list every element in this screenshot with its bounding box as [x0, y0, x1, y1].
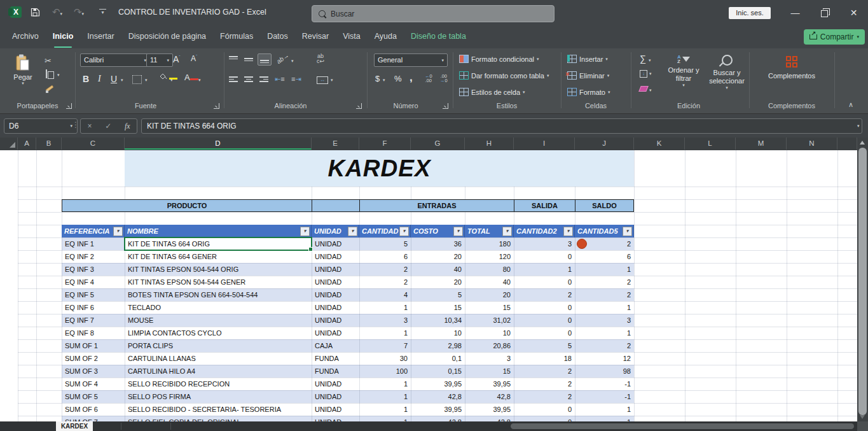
- filter-button[interactable]: ▾: [300, 227, 310, 236]
- sign-in-button[interactable]: Inic. ses.: [729, 7, 771, 19]
- insert-cells-button[interactable]: Insertar▾: [567, 55, 608, 63]
- cell[interactable]: 20,86: [465, 339, 514, 352]
- cell[interactable]: 2: [575, 339, 634, 352]
- cell[interactable]: EQ INF 6: [62, 301, 125, 314]
- tab-revisar[interactable]: Revisar: [295, 25, 336, 48]
- cell[interactable]: SUM OF 6: [62, 403, 125, 416]
- enter-icon[interactable]: ✓: [105, 122, 111, 131]
- cell[interactable]: 42,8: [465, 416, 514, 421]
- cell[interactable]: 1: [575, 416, 634, 421]
- quick-access-toolbar-icon[interactable]: ▾: [99, 9, 106, 16]
- scroll-down-icon[interactable]: [860, 415, 865, 419]
- font-name-select[interactable]: Calibri▾: [80, 53, 150, 67]
- cell[interactable]: SUM OF 2: [62, 352, 125, 365]
- filter-button[interactable]: ▾: [623, 227, 632, 236]
- restore-button[interactable]: [810, 0, 839, 25]
- number-dialog-launcher-icon[interactable]: [443, 103, 448, 109]
- save-icon[interactable]: [31, 8, 40, 17]
- currency-dropdown[interactable]: ▾: [383, 78, 385, 83]
- column-header-K[interactable]: K: [634, 138, 685, 150]
- cell[interactable]: 42,8: [411, 390, 465, 403]
- cell[interactable]: 1: [575, 301, 634, 314]
- fill-color-dropdown[interactable]: ▾: [170, 78, 173, 83]
- sort-filter-button[interactable]: AZ Ordenar y filtrar ▾: [663, 55, 705, 88]
- cell[interactable]: 1: [359, 416, 411, 421]
- tab-ayuda[interactable]: Ayuda: [368, 25, 404, 48]
- cancel-icon[interactable]: ×: [87, 122, 92, 131]
- format-as-table-button[interactable]: Dar formato como tabla▾: [459, 71, 549, 80]
- cell[interactable]: CARTULINA LLANAS: [125, 352, 312, 365]
- cell[interactable]: 3: [465, 352, 514, 365]
- cell[interactable]: 1: [359, 378, 411, 390]
- cell[interactable]: CAJA: [312, 339, 359, 352]
- fill-icon[interactable]: ↓ ▾: [640, 69, 652, 78]
- cell[interactable]: EQ INF 3: [62, 263, 125, 276]
- increase-decimal-icon[interactable]: ←0.00: [425, 74, 432, 83]
- section-header-salida[interactable]: SALIDA: [514, 199, 575, 212]
- cell[interactable]: 3: [575, 314, 634, 327]
- cell[interactable]: 2: [514, 378, 575, 390]
- cell[interactable]: 30: [359, 352, 411, 365]
- cell[interactable]: SELLO RECIBIDO - SECRETARIA- TESORERIA: [125, 403, 312, 416]
- cell[interactable]: UNIDAD: [312, 327, 359, 339]
- addins-button[interactable]: Complementos: [766, 56, 817, 80]
- cell[interactable]: EQ INF 4: [62, 276, 125, 288]
- cell[interactable]: TECLADO: [125, 301, 312, 314]
- align-bottom-icon[interactable]: [258, 53, 272, 66]
- cell[interactable]: 1: [359, 301, 411, 314]
- cell[interactable]: 0: [514, 250, 575, 263]
- cell[interactable]: EQ INF 8: [62, 327, 125, 339]
- cell[interactable]: 2,98: [411, 339, 465, 352]
- cell[interactable]: FUNDA: [312, 352, 359, 365]
- section-header-producto[interactable]: PRODUCTO: [62, 199, 312, 212]
- filter-button[interactable]: ▾: [453, 227, 463, 236]
- borders-dropdown[interactable]: ▾: [145, 78, 148, 83]
- alignment-dialog-launcher-icon[interactable]: [356, 103, 362, 109]
- cell[interactable]: KIT DE TINTAS 664 GENER: [125, 250, 312, 263]
- cell[interactable]: 15: [411, 301, 465, 314]
- spreadsheet-grid[interactable]: KARDEX PRODUCTO ENTRADAS SALIDA SALDO RE…: [0, 150, 857, 421]
- cell[interactable]: 3: [514, 237, 575, 250]
- cell[interactable]: MOUSE: [125, 314, 312, 327]
- cell[interactable]: EQ INF 7: [62, 314, 125, 327]
- column-header-J[interactable]: J: [575, 138, 634, 150]
- cell[interactable]: 1: [359, 403, 411, 416]
- horizontal-scrollbar-thumb[interactable]: [511, 423, 854, 429]
- copy-dropdown[interactable]: ▾: [57, 73, 60, 78]
- delete-cells-button[interactable]: Eliminar▾: [567, 71, 609, 80]
- column-header-partial[interactable]: [837, 138, 857, 150]
- table-header-nombre[interactable]: NOMBRE▾: [125, 225, 312, 237]
- cell[interactable]: BOTES TINTA EPSON GEN 664-504-544: [125, 288, 312, 301]
- table-header-total[interactable]: TOTAL▾: [465, 225, 514, 237]
- cell[interactable]: 0,15: [411, 365, 465, 378]
- increase-indent-icon[interactable]: ≡⇥: [291, 75, 301, 83]
- table-header-cantidad2[interactable]: CANTIDAD2▾: [514, 225, 575, 237]
- table-header-cantidad[interactable]: CANTIDAD▾: [359, 225, 411, 237]
- tab-dise-o-de-tabla[interactable]: Diseño de tabla: [404, 25, 473, 48]
- cell[interactable]: 0: [514, 314, 575, 327]
- tab-datos[interactable]: Datos: [260, 25, 295, 48]
- table-header-referencia[interactable]: REFERENCIA▾: [62, 225, 125, 237]
- filter-button[interactable]: ▾: [348, 227, 357, 236]
- share-button[interactable]: Compartir ▾: [804, 29, 865, 45]
- cell[interactable]: UNIDAD: [312, 378, 359, 390]
- cell[interactable]: 180: [465, 237, 514, 250]
- font-color-dropdown[interactable]: ▾: [198, 78, 201, 83]
- cell[interactable]: 1: [575, 327, 634, 339]
- cell[interactable]: UNIDAD: [312, 276, 359, 288]
- cell[interactable]: 1: [359, 390, 411, 403]
- column-header-G[interactable]: G: [411, 138, 465, 150]
- cell[interactable]: EQ INF 1: [62, 237, 125, 250]
- column-header-F[interactable]: F: [359, 138, 411, 150]
- excel-logo-icon[interactable]: X: [10, 6, 22, 18]
- italic-button[interactable]: I: [98, 74, 101, 84]
- align-left-icon[interactable]: [229, 76, 238, 82]
- font-color-icon[interactable]: A: [184, 73, 198, 82]
- cell[interactable]: 40: [465, 276, 514, 288]
- increase-font-icon[interactable]: Aˆ: [173, 54, 181, 64]
- close-button[interactable]: ✕: [839, 0, 868, 25]
- column-header-H[interactable]: H: [465, 138, 514, 150]
- cell[interactable]: EQ INF 2: [62, 250, 125, 263]
- cell[interactable]: 1: [575, 263, 634, 276]
- tab-insertar[interactable]: Insertar: [80, 25, 121, 48]
